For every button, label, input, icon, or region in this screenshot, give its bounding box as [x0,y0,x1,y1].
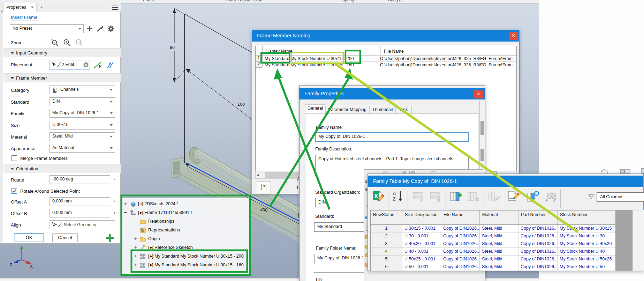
ft-cell[interactable]: Steel, Mild [480,256,518,263]
section-frame-member[interactable]: Frame Member [3,73,121,82]
ft-cell[interactable]: U 50 - 0.001 [402,263,441,271]
ft-cell[interactable]: Copy of DIN1026... [441,263,480,271]
fmn-col-file-name[interactable]: File Name [384,49,404,54]
scroll-left-icon[interactable]: ◂ [257,172,259,177]
ft-cell[interactable]: My Stock Number U 40x20 [558,240,617,248]
ft-row-num[interactable]: 2 [371,232,402,240]
eyedropper-icon[interactable] [96,25,104,32]
family-select[interactable]: My Copy of DIN 1026-1 - [50,109,115,118]
material-select[interactable]: Steel, Mild [50,132,115,141]
edit-cell-icon[interactable] [506,190,520,203]
ft-cell[interactable]: My Stock Number U 50x25 [558,256,617,263]
tab-parameter-mapping[interactable]: Parameter Mapping [325,106,369,113]
family-name-input[interactable]: My Copy of DIN 1026-1 [315,132,469,142]
ft-col-size[interactable]: Size Designation [402,210,441,225]
fmn-file-name-1[interactable]: C:\Users\pribanj\Documents\Inventor\M28_… [380,56,516,61]
close-icon[interactable]: ✕ [30,5,35,10]
insert-frame-link[interactable]: Insert Frame [11,15,38,21]
standard-select[interactable]: DIN [50,97,115,106]
ft-cell[interactable]: Copy of DIN1026... [441,240,480,248]
flyout-arrow-icon[interactable] [114,200,115,203]
ok-button[interactable]: OK [14,233,44,242]
ft-cell[interactable]: My Stock Number U 50 [558,263,617,271]
ft-cell[interactable]: Copy of DIN1026... [441,256,480,263]
scrollbar-thumb[interactable] [480,121,484,135]
expand-icon[interactable]: + [134,236,137,241]
ft-row-num[interactable]: 4 [371,248,402,256]
add-preset-icon[interactable] [86,25,93,32]
ft-cell[interactable]: U 50x25 - 0.001 [402,256,441,263]
ft-title-bar[interactable]: Family Table:My Copy of DIN 1026-1 [368,176,643,187]
ft-cell[interactable]: Copy of DIN1026... [518,225,558,232]
fmn-display-name-1[interactable]: My Standard My Stock Number U 30x15 - 20… [265,56,380,61]
gear-icon[interactable] [107,25,115,32]
ft-col-rowstatus[interactable]: RowStatus [371,210,402,225]
filter-columns-select[interactable]: All Columns [597,192,644,202]
ft-cell[interactable]: Copy of DIN1026... [441,225,480,232]
expand-icon[interactable]: + [124,201,127,206]
add-member-set-icon[interactable] [104,232,115,244]
ft-vertical-scrollbar[interactable] [632,210,644,271]
delete-column-icon[interactable] [467,191,479,202]
collapse-icon[interactable]: − [124,210,127,215]
ft-row-num[interactable]: 6 [371,263,402,271]
ft-cell[interactable]: Steel, Mild [480,232,518,240]
select-line-icon[interactable] [93,61,103,69]
fmn-row-number[interactable]: 1 [256,56,262,61]
delete-row-icon[interactable] [429,191,442,202]
tab-thumbnail[interactable]: Thumbnail [369,106,396,113]
ribbon-panel-analyze[interactable]: Analyze [388,0,403,3]
excel-edit-icon[interactable]: X [372,190,385,203]
ft-cell[interactable]: Copy of DIN1026... [518,232,558,240]
sort-az-icon[interactable]: A Z [392,190,404,202]
ft-cell[interactable]: Steel, Mild [480,225,518,232]
ft-cell[interactable]: Copy of DIN1026... [518,248,558,256]
rotate-around-checkbox[interactable] [12,188,17,194]
rotate-input[interactable]: -90.00 deg [50,175,110,184]
flip-direction-icon[interactable] [106,61,115,69]
ft-cell[interactable]: Steel, Mild [480,248,518,256]
fmn-file-name-2[interactable]: C:\Users\pribanj\Documents\Inventor\M28_… [380,62,516,67]
ft-cell[interactable]: U 30x15 - 0.001 [402,225,441,232]
ft-cell[interactable]: Steel, Mild [480,263,518,271]
help-button[interactable]: ? [257,182,271,193]
close-icon[interactable]: ✕ [474,90,483,98]
align-field[interactable]: Select Geometry [50,220,115,229]
edit-column-icon[interactable] [488,191,500,202]
fp-title-bar[interactable]: Family Properties ✕ [300,88,485,99]
add-tab-icon[interactable]: + [39,4,45,10]
fmn-title-bar[interactable]: Frame Member Naming ✕ [252,30,519,42]
ft-col-stock[interactable]: Stock Number [558,210,617,225]
ft-col-material[interactable]: Material [480,210,518,225]
expand-icon[interactable]: + [134,245,137,250]
ft-cell[interactable]: My Stock Number U 30 [558,232,617,240]
size-select[interactable]: U 30x15 [50,121,115,130]
ft-cell[interactable]: Copy of DIN1026... [518,263,558,271]
fmn-display-name-2[interactable]: My Standard My Stock Number U 30x15 - 16… [265,62,380,67]
ft-row-num[interactable]: 5 [371,256,402,263]
cancel-button[interactable]: Cancel [52,233,78,242]
ft-col-file[interactable]: File Name [441,210,480,225]
flyout-arrow-icon[interactable] [114,212,115,214]
close-icon[interactable]: ✕ [509,32,518,40]
ft-row-num[interactable]: 1 [371,225,402,232]
ribbon-panel-frame[interactable]: Frame [143,0,155,3]
key-column-icon[interactable] [526,190,540,203]
ft-cell[interactable]: My Stock Number U 30x15 [558,225,617,232]
zoom-out-icon[interactable] [75,39,83,47]
section-orientation[interactable]: Orientation [3,164,121,173]
section-input-geometry[interactable]: Input Geometry [3,48,121,57]
category-select[interactable]: Channels [50,86,115,94]
preset-select[interactable]: No Preset [10,24,84,33]
tab-general[interactable]: General [305,104,325,113]
fmn-col-display-name[interactable]: Display Name [265,49,293,54]
ft-cell[interactable]: Copy of DIN1026... [518,240,558,248]
ribbon-panel-spring[interactable]: Spring [342,0,354,3]
expand-icon[interactable]: + [134,253,137,259]
ft-row-num[interactable]: 3 [371,240,402,248]
ft-cell[interactable]: U 30 - 0.001 [402,232,441,240]
tab-properties[interactable]: Properties ✕ [3,3,37,12]
hamburger-menu-icon[interactable] [112,5,118,10]
flyout-arrow-icon[interactable] [114,178,115,181]
insert-column-icon[interactable] [449,190,463,202]
